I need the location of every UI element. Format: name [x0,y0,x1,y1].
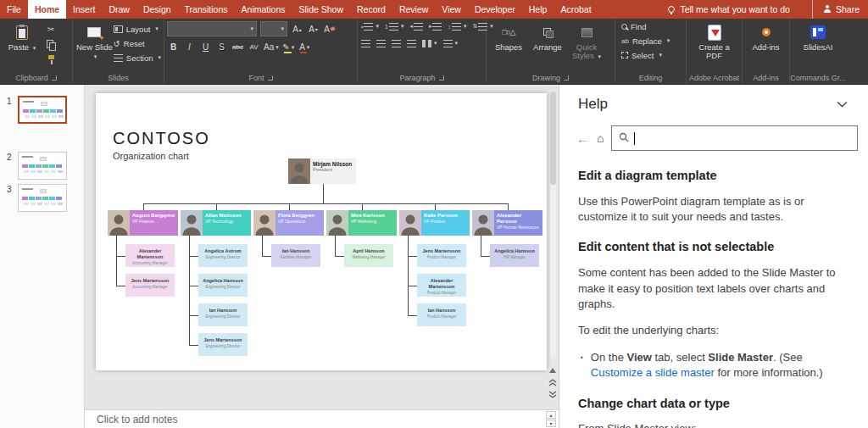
convert-to-smartart-button[interactable]: ▾ [442,37,459,49]
org-report-card[interactable]: Ian HanssonProduct Manager [417,303,466,326]
home-icon[interactable]: ⌂ [597,131,604,145]
notes-pane[interactable]: Click to add notes ▴ ▾ [85,409,559,428]
help-search-input[interactable] [611,125,858,151]
select-button[interactable]: Select▾ [621,49,662,61]
org-vp-card[interactable]: Kalle PerssonVP Product [399,210,470,236]
org-report-card[interactable]: Ian HanssonEngineering Director [198,303,248,326]
org-report-card[interactable]: Jens MartenssonAccounting Manager [125,274,175,297]
character-spacing-button[interactable]: AV [248,41,260,53]
org-report-card[interactable]: Alexander MartenssonProduct Manager [417,274,466,297]
align-center-button[interactable] [376,37,387,49]
clear-formatting-button[interactable]: A [323,23,336,36]
notes-scroll-up-button[interactable]: ▴ [546,411,556,419]
menu-tab-view[interactable]: View [435,0,468,19]
notes-placeholder[interactable]: Click to add notes [97,414,177,425]
change-case-button[interactable]: Aa▾ [264,41,279,53]
menu-tab-animations[interactable]: Animations [235,0,292,19]
quick-styles-button[interactable]: Quick Styles ▾ [567,21,606,71]
share-button[interactable]: Share [812,0,868,19]
help-link-customize-slide-master[interactable]: Customize a slide master [591,366,715,379]
layout-button[interactable]: Layout▾ [114,23,161,35]
org-chart[interactable]: Mirjam NilssonPresidentAugust BergqvistV… [96,93,547,370]
org-report-card[interactable]: April HanssonMarketing Manager [344,244,393,267]
strikethrough-button[interactable]: abc [231,41,244,53]
menu-tab-developer[interactable]: Developer [468,0,522,19]
menu-tab-transitions[interactable]: Transitions [178,0,235,19]
org-report-card[interactable]: Angelica HanssonHR Manager [490,244,539,267]
menu-tab-file[interactable]: File [0,0,28,19]
underline-button[interactable]: U [199,41,212,53]
slide-thumbnail-item[interactable]: 3 [0,184,84,212]
menu-tab-design[interactable]: Design [136,0,178,19]
slidesai-button[interactable]: SlidesAI [798,21,837,71]
org-vp-card[interactable]: Flora BerggrenVP Operations [253,210,324,236]
org-report-card[interactable]: Alexander MartenssonAccounting Manager [125,244,175,267]
italic-button[interactable]: I [183,41,196,53]
org-report-card[interactable]: Angelica HanssonEngineering Director [198,274,248,297]
reset-button[interactable]: ↺Reset [114,37,161,49]
text-shadow-button[interactable]: S [215,41,228,53]
line-spacing-button[interactable]: ↕▾ [447,20,467,32]
copy-button[interactable] [42,38,60,51]
numbering-button[interactable]: 1▾ [384,20,404,32]
menu-tab-help[interactable]: Help [522,0,554,19]
slide-thumbnail-image[interactable] [18,152,67,180]
slide-thumbnail-item[interactable]: 2 [0,152,84,180]
drawing-dialog-launcher-icon[interactable] [564,75,569,81]
previous-slide-button[interactable] [548,378,558,386]
font-dialog-launcher-icon[interactable] [268,75,273,81]
scroll-up-button[interactable] [548,366,558,375]
org-president-card[interactable]: Mirjam NilssonPresident [288,158,356,184]
align-left-button[interactable] [360,37,371,49]
paragraph-dialog-launcher-icon[interactable] [439,75,444,81]
increase-font-size-button[interactable]: A▴ [291,23,303,36]
menu-tab-acrobat[interactable]: Acrobat [554,0,598,19]
slide[interactable]: CONTOSO Organization chart Mirjam Nilsso… [96,93,547,370]
slide-thumbnail-image[interactable] [18,184,67,212]
slide-canvas[interactable]: CONTOSO Organization chart Mirjam Nilsso… [85,85,559,409]
menu-tab-insert[interactable]: Insert [66,0,102,19]
vertical-scrollbar[interactable] [550,92,556,359]
org-vp-card[interactable]: Alexander PerssonVP Human Resources [472,210,542,236]
menu-tab-record[interactable]: Record [350,0,392,19]
find-button[interactable]: Find [621,20,646,32]
font-color-button[interactable]: A▾ [298,41,311,53]
next-slide-button[interactable] [548,390,558,398]
font-name-select[interactable]: ▾ [167,21,257,36]
menu-tab-draw[interactable]: Draw [102,0,136,19]
font-size-select[interactable]: ▾ [260,21,287,36]
bold-button[interactable]: B [167,41,180,53]
org-vp-card[interactable]: Allan MattssonVP Technology [181,210,251,236]
org-vp-card[interactable]: Mira KarlssonVP Marketing [326,210,397,236]
decrease-font-size-button[interactable]: A▾ [307,23,320,36]
decrease-indent-button[interactable]: ◂ [409,20,424,32]
highlight-color-button[interactable]: ✎▾ [282,41,295,53]
org-report-card[interactable]: Ian HanssonFacilities Manager [271,244,320,267]
chevron-down-icon[interactable] [837,101,848,108]
org-report-card[interactable]: Angelica AstromEngineering Director [198,244,248,267]
paste-button[interactable]: Paste ▾ [3,21,42,71]
align-right-button[interactable] [391,37,402,49]
create-pdf-button[interactable]: Create a PDF [690,21,739,71]
clipboard-dialog-launcher-icon[interactable] [52,75,57,81]
replace-button[interactable]: abReplace▾ [621,35,670,47]
tell-me-box[interactable]: Tell me what you want to do [668,0,790,19]
bullets-button[interactable]: •▾ [360,20,380,32]
org-vp-card[interactable]: August BergqvistVP Finance [108,210,178,236]
cut-button[interactable]: ✂ [42,23,60,36]
slide-thumbnail-image[interactable] [18,96,67,124]
menu-tab-home[interactable]: Home [28,0,66,19]
menu-tab-slide-show[interactable]: Slide Show [292,0,351,19]
justify-button[interactable] [406,37,417,49]
scrollbar-thumb[interactable] [550,92,556,185]
back-arrow-icon[interactable]: ← [576,131,589,146]
increase-indent-button[interactable]: ▸ [428,20,443,32]
section-button[interactable]: Section▾ [114,52,161,64]
shapes-button[interactable]: □○△ Shapes [489,21,528,71]
new-slide-button[interactable]: New Slide ▾ [75,21,114,71]
slide-thumbnail-item[interactable]: 1 [0,96,84,124]
format-painter-button[interactable] [42,53,60,66]
notes-scroll-down-button[interactable]: ▾ [546,420,556,427]
arrange-button[interactable]: Arrange [528,21,567,71]
menu-tab-review[interactable]: Review [392,0,435,19]
